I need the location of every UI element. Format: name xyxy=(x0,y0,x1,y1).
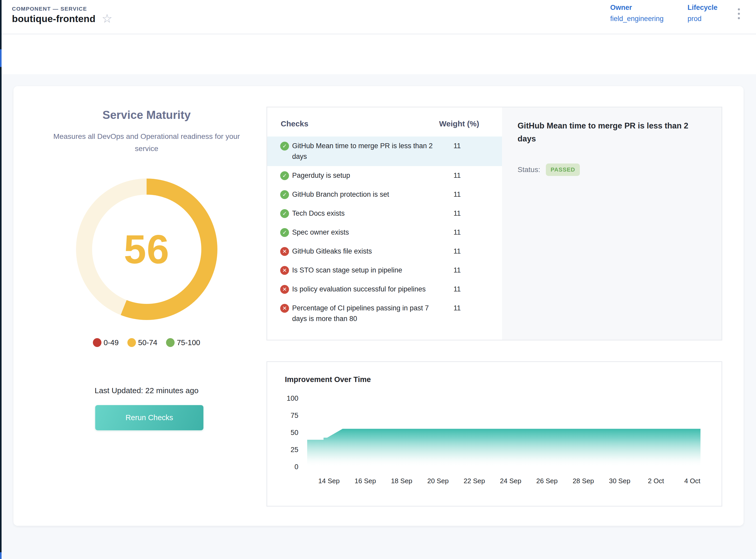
check-weight: 11 xyxy=(454,208,461,219)
check-row[interactable]: ✕ Percentage of CI pipelines passing in … xyxy=(267,299,502,328)
check-detail-panel: GitHub Mean time to merge PR is less tha… xyxy=(502,108,721,340)
lifecycle-value: prod xyxy=(688,15,717,23)
x-axis-tick-label: 2 Oct xyxy=(638,477,674,485)
x-axis-tick-label: 30 Sep xyxy=(601,477,638,485)
page-header: COMPONENT — SERVICE boutique-frontend ☆ … xyxy=(0,0,756,34)
x-axis-tick-label: 24 Sep xyxy=(492,477,529,485)
y-axis-tick-label: 25 xyxy=(270,446,298,454)
x-axis-tick-label: 20 Sep xyxy=(420,477,456,485)
improvement-area-chart xyxy=(307,395,701,468)
check-row[interactable]: ✕ GitHub Gitleaks file exists 11 xyxy=(267,242,502,261)
legend-item: 50-74 xyxy=(128,338,157,347)
check-weight: 11 xyxy=(454,141,461,151)
rerun-checks-button[interactable]: Rerun Checks xyxy=(95,405,203,430)
check-status-icon: ✕ xyxy=(280,247,289,256)
check-row[interactable]: ✕ Is policy evaluation successful for pi… xyxy=(267,280,502,299)
check-row[interactable]: ✓ Tech Docs exists 11 xyxy=(267,204,502,223)
check-row[interactable]: ✓ Pagerduty is setup 11 xyxy=(267,166,502,185)
check-label: Spec owner exists xyxy=(292,227,442,238)
legend-range-label: 50-74 xyxy=(138,338,157,347)
sidebar-active-indicator xyxy=(0,49,2,67)
x-axis-tick-label: 22 Sep xyxy=(456,477,492,485)
check-status-icon: ✓ xyxy=(280,171,289,180)
check-detail-title: GitHub Mean time to merge PR is less tha… xyxy=(518,119,706,145)
status-label: Status: xyxy=(518,165,540,174)
improvement-chart-title: Improvement Over Time xyxy=(285,375,371,384)
check-status-icon: ✕ xyxy=(280,285,289,294)
check-weight: 11 xyxy=(454,227,461,238)
legend-color-dot xyxy=(166,338,175,347)
check-row[interactable]: ✓ GitHub Branch protection is set 11 xyxy=(267,185,502,204)
legend-color-dot xyxy=(93,338,101,347)
check-weight: 11 xyxy=(454,303,461,313)
check-status-icon: ✓ xyxy=(280,209,289,218)
tab-bar: Overview CI/CD Scorecard API Dependencie… xyxy=(0,34,756,74)
check-label: GitHub Mean time to merge PR is less tha… xyxy=(292,141,442,162)
lifecycle-label: Lifecycle xyxy=(688,4,717,12)
favorite-star-icon[interactable]: ☆ xyxy=(102,13,112,24)
scorecard-subtitle: Measures all DevOps and Operational read… xyxy=(43,130,250,155)
x-axis-tick-label: 26 Sep xyxy=(529,477,565,485)
legend-range-label: 0-49 xyxy=(104,338,119,347)
check-status-icon: ✓ xyxy=(280,142,289,151)
y-axis-tick-label: 0 xyxy=(270,463,298,471)
score-legend: 0-49 50-74 75-100 xyxy=(39,338,254,347)
status-badge: PASSED xyxy=(546,163,580,176)
checks-column-header: Checks xyxy=(281,119,308,128)
checks-list-column: Checks Weight (%) ✓ GitHub Mean time to … xyxy=(267,108,502,340)
breadcrumb: COMPONENT — SERVICE xyxy=(12,6,87,12)
check-status-icon: ✓ xyxy=(280,190,289,199)
check-weight: 11 xyxy=(454,284,461,294)
check-weight: 11 xyxy=(454,246,461,257)
check-status-icon: ✕ xyxy=(280,266,289,275)
check-label: Tech Docs exists xyxy=(292,208,442,219)
check-weight: 11 xyxy=(454,170,461,181)
checks-panel: Checks Weight (%) ✓ GitHub Mean time to … xyxy=(267,107,722,340)
maturity-score-value: 56 xyxy=(124,226,169,272)
check-label: GitHub Branch protection is set xyxy=(292,189,442,200)
check-row[interactable]: ✓ GitHub Mean time to merge PR is less t… xyxy=(267,136,502,166)
y-axis-tick-label: 75 xyxy=(270,411,298,420)
x-axis-tick-label: 18 Sep xyxy=(384,477,420,485)
y-axis-tick-label: 50 xyxy=(270,429,298,437)
legend-item: 0-49 xyxy=(93,338,119,347)
check-label: Percentage of CI pipelines passing in pa… xyxy=(292,303,442,324)
check-weight: 11 xyxy=(454,189,461,200)
check-label: Is STO scan stage setup in pipeline xyxy=(292,265,442,275)
check-row[interactable]: ✕ Is STO scan stage setup in pipeline 11 xyxy=(267,261,502,280)
last-updated-text: Last Updated: 22 minutes ago xyxy=(39,386,254,395)
legend-range-label: 75-100 xyxy=(177,338,200,347)
weight-column-header: Weight (%) xyxy=(439,119,479,128)
legend-color-dot xyxy=(128,338,136,347)
owner-value-link[interactable]: field_engineering xyxy=(610,15,664,23)
x-axis-tick-label: 28 Sep xyxy=(565,477,601,485)
collapsed-sidebar-rail[interactable] xyxy=(0,0,2,559)
maturity-score-gauge: 56 xyxy=(76,179,217,320)
check-row[interactable]: ✓ Spec owner exists 11 xyxy=(267,223,502,242)
y-axis-tick-label: 100 xyxy=(270,395,298,403)
x-axis-tick-label: 14 Sep xyxy=(311,477,347,485)
kebab-menu-icon[interactable] xyxy=(737,7,741,20)
scorecard-title: Service Maturity xyxy=(39,109,254,121)
check-label: Pagerduty is setup xyxy=(292,170,442,181)
page-title: boutique-frontend xyxy=(12,14,95,24)
check-status-icon: ✕ xyxy=(280,304,289,313)
x-axis-tick-label: 4 Oct xyxy=(674,477,710,485)
legend-item: 75-100 xyxy=(166,338,200,347)
x-axis-tick-label: 16 Sep xyxy=(347,477,384,485)
sidebar-bottom-indicator xyxy=(0,552,2,559)
check-status-icon: ✓ xyxy=(280,228,289,237)
check-label: GitHub Gitleaks file exists xyxy=(292,246,442,257)
gauge-inner-circle: 56 xyxy=(92,195,201,304)
check-weight: 11 xyxy=(454,265,461,275)
checks-list: ✓ GitHub Mean time to merge PR is less t… xyxy=(267,136,502,328)
check-label: Is policy evaluation successful for pipe… xyxy=(292,284,442,294)
owner-label: Owner xyxy=(610,4,664,12)
